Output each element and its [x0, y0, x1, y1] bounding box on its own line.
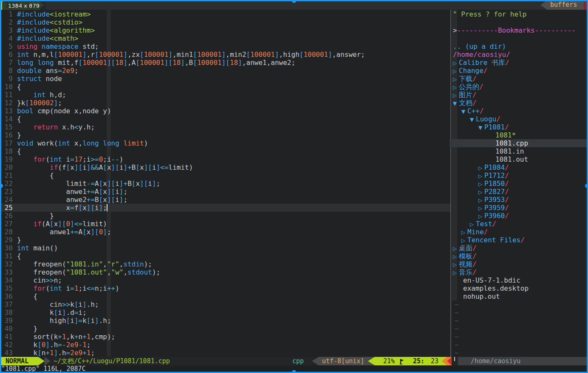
code-line-4[interactable]: 4#include<cmath>: [0, 34, 451, 42]
line-number: 10: [0, 83, 13, 91]
tree-item-1081.out[interactable]: 1081.out: [449, 155, 588, 163]
line-number: 11: [0, 91, 13, 99]
tree-item-1081.cpp[interactable]: 1081.cpp: [449, 139, 588, 147]
code-line-3[interactable]: 3#include<algorithm>: [0, 26, 451, 34]
tree-item-~[interactable]: ~: [449, 341, 588, 349]
code-line-35[interactable]: 35 for(int i=1;i<=n;i++): [0, 284, 451, 292]
cursor-line-number: 25:: [413, 357, 424, 365]
tree-item-P1081[interactable]: ▼P1081/: [449, 123, 588, 131]
code-line-30[interactable]: 30int main(): [0, 244, 451, 252]
code-line-6[interactable]: 6int n,m,l[100001],r[100001],zx[100001],…: [0, 50, 451, 59]
code-line-12[interactable]: 12}k[100002];: [0, 99, 451, 107]
encoding-indicator: utf-8[unix]: [319, 357, 368, 365]
tree-item-~[interactable]: ~: [449, 308, 588, 317]
tree-item-图片[interactable]: ▷图片/: [449, 91, 588, 99]
tree-item-P3953[interactable]: ▷P3953/: [449, 196, 588, 204]
line-number: 19: [0, 155, 13, 163]
code-line-8[interactable]: 8double ans=2e9;: [0, 67, 451, 75]
selection-handle-bottom[interactable]: [292, 370, 296, 373]
tree-item-P1084[interactable]: ▷P1084/: [449, 163, 588, 171]
code-line-32[interactable]: 32 freopen("1081.in","r",stdin);: [0, 260, 451, 268]
code-line-10[interactable]: 10{: [0, 83, 451, 91]
selection-handle-right[interactable]: [585, 184, 588, 188]
tree-item-模板[interactable]: ▷模板/: [449, 252, 588, 260]
code-line-37[interactable]: 37 cin>>k[i].h;: [0, 300, 451, 308]
code-line-17[interactable]: 17void work(int x,long long limit): [0, 139, 451, 147]
code-line-34[interactable]: 34 cin>>n;: [0, 276, 451, 284]
code-line-26[interactable]: 26 }: [0, 212, 451, 220]
tree-item-P1712[interactable]: ▷P1712/: [449, 171, 588, 179]
code-line-25[interactable]: 25 x=f[x][i];: [0, 204, 451, 212]
code-line-36[interactable]: 36 {: [0, 292, 451, 300]
tree-item-Tencent Files[interactable]: ▷Tencent Files/: [449, 236, 588, 244]
tree-item-P3959[interactable]: ▷P3959/: [449, 204, 588, 212]
tree-item-en-US-7-1.bdic[interactable]: en-US-7-1.bdic: [449, 276, 588, 284]
tree-item-下载[interactable]: ▷下载/: [449, 75, 588, 83]
tree-item-~[interactable]: ~: [449, 333, 588, 341]
tree-item-C++[interactable]: ▼C++/: [449, 107, 588, 115]
tree-item-Luogu[interactable]: ▼Luogu/: [449, 115, 588, 123]
code-line-24[interactable]: 24 anwe2+=B[x][i];: [0, 196, 451, 204]
tree-item-视频[interactable]: ▷视频/: [449, 260, 588, 268]
line-number: 24: [0, 196, 13, 204]
tree-item-.. (up a dir)[interactable]: .. (up a dir): [449, 42, 588, 50]
line-number: 39: [0, 317, 13, 325]
code-line-18[interactable]: 18{: [0, 147, 451, 155]
code-line-33[interactable]: 33 freopen("1081.out","w",stdout);: [0, 268, 451, 276]
tree-item-Mine[interactable]: ▷Mine/: [449, 228, 588, 236]
code-line-40[interactable]: 40 }: [0, 325, 451, 333]
tree-item-~[interactable]: ~: [449, 300, 588, 308]
tree-item-1081*[interactable]: 1081*: [449, 131, 588, 139]
code-line-21[interactable]: 21 {: [0, 171, 451, 179]
code-line-13[interactable]: 13bool cmp(node x,node y): [0, 107, 451, 115]
code-line-22[interactable]: 22 limit-=A[x][i]+B[x][i];: [0, 179, 451, 188]
code-line-41[interactable]: 41 sort(k+1,k+n+1,cmp);: [0, 333, 451, 341]
text-cursor: [107, 204, 107, 211]
code-line-20[interactable]: 20 if(f[x][i]&&A[x][i]+B[x][i]<=limit): [0, 163, 451, 171]
code-line-15[interactable]: 15 return x.h<y.h;: [0, 123, 451, 131]
warning-orange-icon: [442, 357, 447, 365]
code-line-2[interactable]: 2#include<cstdio>: [0, 18, 451, 26]
tree-item-Test[interactable]: ▷Test/: [449, 220, 588, 228]
tree-item-P1850[interactable]: ▷P1850/: [449, 179, 588, 188]
tree-item-Change[interactable]: ▷Change/: [449, 67, 588, 75]
tree-item-~[interactable]: ~: [449, 325, 588, 333]
line-number: 21: [0, 171, 13, 179]
tree-item-" Press ? for help[interactable]: " Press ? for help: [449, 10, 588, 18]
code-line-5[interactable]: 5using namespace std;: [0, 42, 451, 50]
tree-item->----------Bookmarks[interactable]: >----------Bookmarks----------: [449, 26, 588, 34]
code-line-14[interactable]: 14{: [0, 115, 451, 123]
tree-item-Calibre 书库[interactable]: ▷Calibre 书库/: [449, 59, 588, 67]
tree-item-P3960[interactable]: ▷P3960/: [449, 212, 588, 220]
code-line-43[interactable]: 43 k[n+1].h=2e9+1;: [0, 349, 451, 357]
line-number: 33: [0, 268, 13, 276]
code-line-11[interactable]: 11 int h,d;: [0, 91, 451, 99]
tree-item-/home/caosiyu/[interactable]: /home/caosiyu/: [449, 50, 588, 59]
code-buffer[interactable]: 1#include<iostream>2#include<cstdio>3#in…: [0, 10, 451, 357]
code-line-31[interactable]: 31{: [0, 252, 451, 260]
tree-item-桌面[interactable]: ▷桌面/: [449, 244, 588, 252]
code-line-28[interactable]: 28 anwe1+=A[x][0];: [0, 228, 451, 236]
tree-item-音乐[interactable]: ▷音乐/: [449, 268, 588, 276]
code-line-39[interactable]: 39 high[i]=k[i].h;: [0, 317, 451, 325]
code-line-16[interactable]: 16}: [0, 131, 451, 139]
tree-item-公共的[interactable]: ▷公共的/: [449, 83, 588, 91]
tree-item-文档[interactable]: ▼文档/: [449, 99, 588, 107]
tree-item-1081.in[interactable]: 1081.in: [449, 147, 588, 155]
line-number: 43: [0, 349, 13, 357]
tree-item-~[interactable]: ~: [449, 349, 588, 357]
buffers-label[interactable]: buffers: [547, 0, 584, 10]
code-line-29[interactable]: 29}: [0, 236, 451, 244]
code-line-42[interactable]: 42 k[0].h=-2e9-1;: [0, 341, 451, 349]
code-line-38[interactable]: 38 k[i].d=i;: [0, 308, 451, 317]
tree-item-P2827[interactable]: ▷P2827/: [449, 188, 588, 196]
code-line-1[interactable]: 1#include<iostream>: [0, 10, 451, 18]
tree-item-nohup.out[interactable]: nohup.out: [449, 292, 588, 300]
code-line-9[interactable]: 9struct node: [0, 75, 451, 83]
tree-item-examples.desktop[interactable]: examples.desktop: [449, 284, 588, 292]
tree-item-~[interactable]: ~: [449, 317, 588, 325]
code-line-7[interactable]: 7long long mit,f[100001][18],A[100001][1…: [0, 59, 451, 67]
code-line-27[interactable]: 27 if(A[x][0]<=limit): [0, 220, 451, 228]
code-line-23[interactable]: 23 anwe1+=A[x][i];: [0, 188, 451, 196]
code-line-19[interactable]: 19 for(int i=17;i>=0;i--): [0, 155, 451, 163]
